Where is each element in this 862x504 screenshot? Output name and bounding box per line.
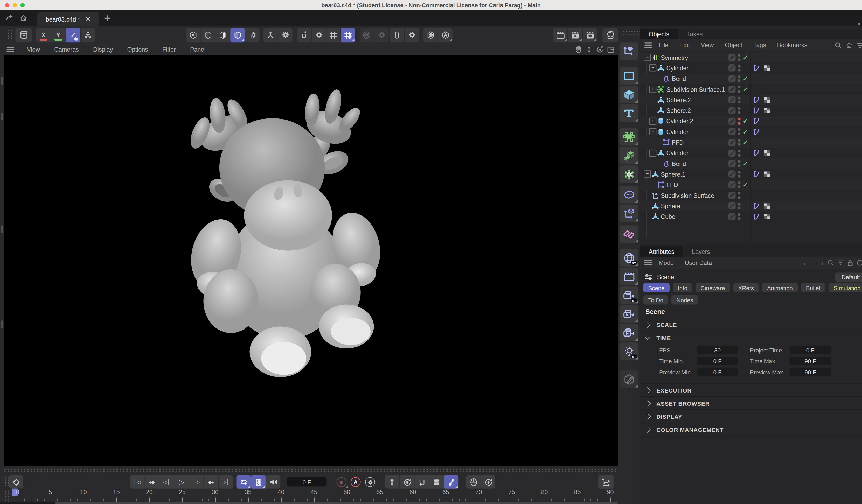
tab-attributes[interactable]: Attributes <box>640 246 683 257</box>
pencil-toggle-icon[interactable] <box>729 107 736 114</box>
expander-icon[interactable] <box>644 54 651 61</box>
edges-mode-icon[interactable] <box>200 28 215 42</box>
deformers-icon[interactable] <box>619 165 638 183</box>
om-menu-bookmarks[interactable]: Bookmarks <box>771 42 813 48</box>
menu-panel[interactable]: Panel <box>183 46 213 53</box>
pencil-toggle-icon[interactable] <box>729 96 736 104</box>
visibility-dots[interactable] <box>738 96 741 104</box>
phong-tag-icon[interactable] <box>753 149 760 156</box>
text-object-icon[interactable] <box>619 105 638 122</box>
grid-icon[interactable] <box>326 28 340 42</box>
pencil-toggle-icon[interactable] <box>729 213 736 220</box>
record-parameter-icon[interactable] <box>429 476 444 489</box>
visibility-dots[interactable] <box>738 65 741 71</box>
menu-display[interactable]: Display <box>86 46 120 53</box>
close-tab-icon[interactable] <box>86 17 91 22</box>
sky-globe-icon[interactable]: ST <box>619 249 638 266</box>
material-ball-icon[interactable] <box>603 28 618 42</box>
snap-settings-gear-icon[interactable] <box>311 28 326 42</box>
record-scale-icon[interactable] <box>414 476 429 489</box>
stage-clapper-icon[interactable] <box>619 267 638 285</box>
category-xrefs[interactable]: XRefs <box>733 283 759 292</box>
goto-start-icon[interactable]: │◁ <box>130 476 144 489</box>
phong-tag-icon[interactable] <box>753 129 760 135</box>
polygons-mode-icon[interactable] <box>215 28 230 42</box>
category-cineware[interactable]: Cineware <box>695 283 730 292</box>
texture-tag-icon[interactable] <box>764 171 770 177</box>
primitive-cube-icon[interactable] <box>619 86 638 104</box>
play-mode-film-icon[interactable] <box>251 476 265 489</box>
visibility-dots[interactable] <box>738 213 741 220</box>
phong-tag-icon[interactable] <box>753 203 760 209</box>
world-axis-icon[interactable] <box>80 28 95 42</box>
model-mode-icon[interactable] <box>230 28 245 42</box>
visibility-dots[interactable] <box>738 139 741 146</box>
soft-selection-gear-icon[interactable] <box>374 28 389 42</box>
attr-history-icon[interactable] <box>857 260 862 266</box>
record-pla-icon[interactable] <box>444 476 458 489</box>
axis-modify-icon[interactable] <box>619 204 638 222</box>
category-bullet[interactable]: Bullet <box>801 283 825 292</box>
visibility-dots[interactable] <box>738 54 741 61</box>
om-menu-view[interactable]: View <box>695 42 719 48</box>
attr-forward-icon[interactable]: → <box>812 260 818 266</box>
om-menu-file[interactable]: File <box>653 42 674 48</box>
pencil-toggle-icon[interactable] <box>729 202 736 210</box>
visibility-dots[interactable] <box>738 182 741 188</box>
soft-selection-icon[interactable] <box>360 28 374 42</box>
om-search-icon[interactable] <box>835 41 842 49</box>
menu-view[interactable]: View <box>20 46 47 53</box>
zoom-window-button[interactable] <box>20 3 24 7</box>
points-mode-icon[interactable] <box>186 28 200 42</box>
attr-menu-icon[interactable] <box>644 260 652 265</box>
tab-layers[interactable]: Layers <box>683 246 719 257</box>
viewport-menu-icon[interactable] <box>6 47 14 52</box>
menu-filter[interactable]: Filter <box>155 46 183 53</box>
axis-z-button[interactable]: Z <box>65 28 80 42</box>
current-frame-field[interactable]: 0 F <box>287 477 327 486</box>
right-palette-grip[interactable] <box>622 30 641 35</box>
visibility-dots[interactable] <box>738 75 741 82</box>
phong-tag-icon[interactable] <box>753 97 760 103</box>
next-frame-icon[interactable]: │▷ <box>188 476 203 489</box>
transport-grip[interactable] <box>4 476 9 488</box>
visibility-dots[interactable] <box>738 149 741 157</box>
enabled-check-icon[interactable] <box>743 75 748 83</box>
pencil-toggle-icon[interactable] <box>729 149 736 157</box>
light-st-icon[interactable]: ST <box>619 343 638 360</box>
expander-icon[interactable] <box>644 171 651 178</box>
pencil-toggle-icon[interactable] <box>729 75 736 82</box>
attr-search-icon[interactable] <box>827 260 834 266</box>
close-window-button[interactable] <box>5 3 9 7</box>
play-icon[interactable]: ▷ <box>174 476 188 489</box>
texture-tag-icon[interactable] <box>764 213 770 220</box>
fps-field[interactable]: 30 <box>697 346 738 354</box>
category-simulation[interactable]: Simulation <box>828 283 862 292</box>
expander-icon[interactable] <box>649 86 657 93</box>
camera-animation-icon[interactable] <box>619 305 638 323</box>
render-settings-icon[interactable] <box>582 28 597 42</box>
sound-icon[interactable] <box>265 476 280 489</box>
enabled-check-icon[interactable] <box>743 128 748 136</box>
phong-tag-icon[interactable] <box>753 213 760 220</box>
goto-end-icon[interactable]: ▷│ <box>218 476 233 489</box>
camera-motion-icon[interactable] <box>619 324 638 342</box>
enabled-check-icon[interactable] <box>743 138 748 146</box>
expander-icon[interactable] <box>649 128 657 135</box>
om-menu-edit[interactable]: Edit <box>674 42 695 48</box>
mouse-rotate-icon[interactable] <box>481 476 495 489</box>
volume-builder-icon[interactable] <box>619 147 638 164</box>
om-home-icon[interactable] <box>846 41 853 49</box>
visibility-dots[interactable] <box>738 118 741 125</box>
open-timeline-button[interactable] <box>598 475 614 489</box>
render-view-icon[interactable] <box>553 28 567 42</box>
enabled-check-icon[interactable] <box>743 160 748 168</box>
om-menu-tags[interactable]: Tags <box>748 42 772 48</box>
texture-tag-icon[interactable] <box>764 107 770 114</box>
attr-filter-icon[interactable] <box>837 260 844 266</box>
phong-tag-icon[interactable] <box>753 65 760 71</box>
render-picture-viewer-icon[interactable] <box>567 28 582 42</box>
preset-default-button[interactable]: Default <box>835 272 862 281</box>
toggle-view-icon[interactable] <box>607 46 615 53</box>
scene-symmetry-icon[interactable] <box>619 225 638 243</box>
